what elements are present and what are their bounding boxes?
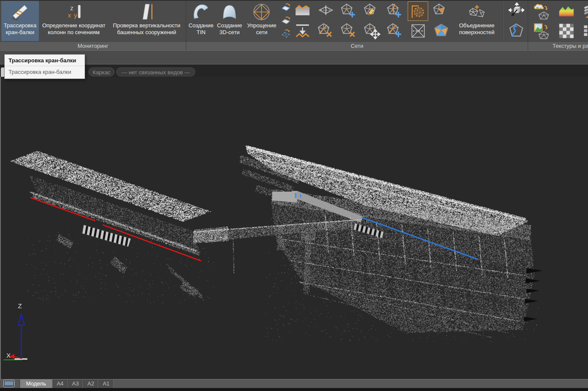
mesh-colorize-icon[interactable] [431, 21, 451, 41]
surface-part-blue-icon[interactable] [279, 1, 292, 14]
trace-crane-beam-button[interactable]: Трассировка кран-балки [1, 1, 39, 41]
move-3d-icon[interactable] [506, 1, 526, 20]
ribbon-group-textures: Текстуры и расчё [528, 1, 588, 50]
surface-from-points-icon[interactable] [279, 27, 292, 41]
create-tin-button-label: Создание TIN [188, 22, 214, 35]
mesh-move-node-icon[interactable] [362, 21, 382, 41]
mesh-delete-node-icon[interactable] [338, 21, 359, 41]
merge-surfaces-button-label: Объединение поверхностей [454, 22, 500, 35]
image-to-mesh-icon[interactable] [531, 21, 552, 41]
mesh-edit-icon[interactable] [362, 1, 382, 21]
simplify-mesh-button[interactable]: Упрощение сети [244, 1, 279, 41]
relief-map-icon[interactable] [556, 1, 576, 21]
tower-verticality-button[interactable]: Проверка вертикальности башенных сооруже… [109, 1, 185, 41]
create-3d-mesh-button-label: Создание 3D-сети [215, 22, 244, 35]
column-coordinates-button[interactable]: z x y Определение координат колонн по се… [39, 1, 109, 41]
ribbon-group-label-networks: Сети [186, 41, 528, 50]
merge-icon [467, 2, 487, 22]
beam-icon [10, 2, 30, 22]
grid-cells-icon[interactable] [581, 21, 588, 41]
viewport-canvas[interactable] [0, 77, 588, 379]
create-3d-mesh-button[interactable]: Создание 3D-сети [215, 1, 245, 41]
surface-boundary-icon[interactable] [506, 20, 526, 40]
quick-toolbar-strip [0, 50, 588, 64]
profile-ridge-icon[interactable] [293, 1, 312, 20]
mesh-add-node-icon[interactable] [338, 1, 359, 21]
slab-icon [136, 2, 157, 22]
tower-verticality-button-label: Проверка вертикальности башенных сооруже… [109, 22, 184, 35]
mesh-add-edge-icon[interactable] [385, 21, 405, 41]
simplify-mesh-button-label: Упрощение сети [245, 22, 278, 35]
mesh-section-icon[interactable] [315, 1, 336, 21]
svg-text:y: y [74, 12, 77, 19]
ribbon-group-monitoring: Трассировка кран-балки z x y Определение… [0, 1, 186, 50]
workspace: Каркас--- нет связанных видов --- [0, 64, 588, 379]
mesh-fill-triangle-icon[interactable] [431, 1, 451, 21]
mesh-flip-edge-icon[interactable] [408, 21, 428, 41]
ribbon-group-label-textures: Текстуры и расчё [528, 41, 588, 50]
mesh-add-breakline-icon[interactable] [385, 1, 405, 21]
tin-icon [191, 2, 211, 22]
column-coordinates-button-label: Определение координат колонн по сечениям [39, 22, 109, 35]
ribbon-divider [503, 2, 503, 40]
sheet-list-icon[interactable] [3, 380, 15, 387]
merge-surfaces-button[interactable]: Объединение поверхностей [453, 1, 500, 41]
sheet-tabs: МодельA4A3A2A1 [20, 379, 114, 388]
surface-layers-icon[interactable] [581, 1, 588, 21]
sheet-tab-a3[interactable]: A3 [68, 379, 83, 388]
simplify-icon [251, 2, 272, 22]
sheet-tab-a4[interactable]: A4 [53, 379, 68, 388]
trace-crane-beam-button-label: Трассировка кран-балки [2, 22, 38, 35]
tooltip-description: Трассировка кран-балки [5, 66, 85, 79]
view-tab-bar: Каркас--- нет связанных видов --- [0, 67, 588, 77]
ribbon-group-networks: Создание TIN Создание 3D-сети Упрощение … [186, 1, 528, 50]
xyz-icon: z x y [64, 2, 84, 22]
view-tab[interactable]: --- нет связанных видов --- [116, 67, 195, 76]
sheet-tab-модель[interactable]: Модель [20, 379, 53, 388]
project-to-surface-icon[interactable] [293, 20, 312, 40]
ribbon: Трассировка кран-балки z x y Определение… [0, 0, 588, 50]
mesh-delete-edge-icon[interactable] [315, 21, 336, 41]
tooltip: Трассировка кран-балки Трассировка кран-… [4, 54, 85, 79]
sheet-tab-a2[interactable]: A2 [83, 379, 98, 388]
checkerboard-texture-icon[interactable] [556, 21, 576, 41]
tooltip-title: Трассировка кран-балки [5, 55, 85, 66]
dome-icon [219, 2, 240, 22]
mesh-hole-icon[interactable] [408, 1, 428, 21]
ribbon-group-label-monitoring: Мониторинг [0, 41, 186, 50]
bottom-strip [0, 388, 588, 391]
sheet-tab-a1[interactable]: A1 [98, 379, 114, 388]
create-tin-button[interactable]: Создание TIN [188, 1, 215, 41]
svg-text:z: z [70, 5, 73, 12]
view-tab[interactable]: Каркас [88, 67, 115, 76]
sheet-tab-bar: МодельA4A3A2A1 [0, 379, 588, 388]
svg-text:x: x [68, 12, 71, 19]
cloud-to-mesh-icon[interactable] [531, 1, 552, 21]
surface-part-gray-icon[interactable] [279, 14, 292, 27]
